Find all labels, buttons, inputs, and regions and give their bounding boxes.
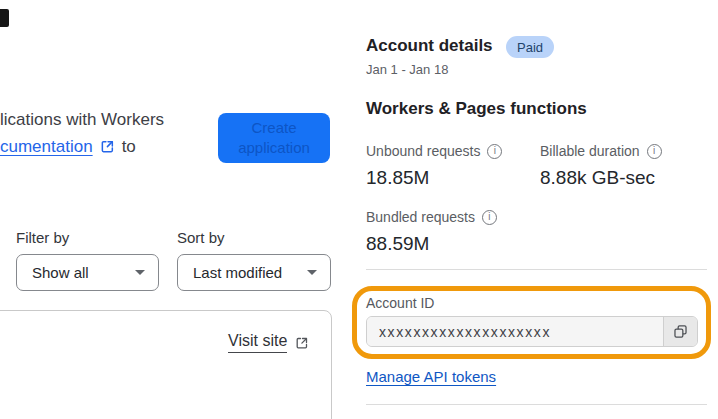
plan-badge: Paid	[506, 36, 554, 58]
intro-after-link: to	[122, 133, 136, 160]
info-icon[interactable]: i	[482, 210, 497, 225]
divider	[366, 404, 707, 405]
filter-dropdown-value: Show all	[32, 264, 89, 281]
intro-line-1: lications with Workers	[0, 106, 215, 133]
metric-unbound-requests: Unbound requests i 18.85M	[366, 143, 502, 189]
chevron-down-icon	[135, 270, 145, 275]
metric-value: 8.88k GB-sec	[540, 167, 662, 189]
account-details-title: Account details	[366, 36, 493, 56]
sort-dropdown[interactable]: Last modified	[177, 254, 331, 291]
external-link-icon	[295, 336, 309, 350]
account-id-label: Account ID	[366, 295, 434, 311]
workers-pages-dashboard: lications with Workers cumentation to Cr…	[0, 0, 718, 419]
visit-site-label: Visit site	[228, 332, 287, 353]
create-application-button[interactable]: Create application	[218, 113, 330, 163]
metric-label: Unbound requests	[366, 143, 480, 159]
intro-line-2: cumentation to	[0, 133, 215, 160]
info-icon[interactable]: i	[647, 144, 662, 159]
manage-api-tokens-link[interactable]: Manage API tokens	[366, 368, 496, 385]
external-link-icon	[100, 139, 115, 154]
visit-site-link[interactable]: Visit site	[228, 332, 309, 353]
projects-card	[0, 310, 332, 419]
account-id-input[interactable]	[367, 317, 663, 346]
sort-by-label: Sort by	[177, 229, 225, 246]
intro-text: lications with Workers cumentation to	[0, 106, 215, 160]
metric-value: 18.85M	[366, 167, 502, 189]
account-id-field-group	[366, 316, 698, 347]
metric-billable-duration: Billable duration i 8.88k GB-sec	[540, 143, 662, 189]
date-range: Jan 1 - Jan 18	[366, 62, 448, 77]
metric-label: Billable duration	[540, 143, 640, 159]
filter-by-label: Filter by	[16, 229, 69, 246]
screen-edge-artifact	[0, 9, 9, 27]
divider	[366, 269, 707, 270]
copy-button[interactable]	[663, 317, 697, 346]
functions-section-title: Workers & Pages functions	[366, 99, 587, 119]
filter-dropdown[interactable]: Show all	[16, 254, 159, 291]
metric-label: Bundled requests	[366, 209, 475, 225]
chevron-down-icon	[307, 270, 317, 275]
copy-icon	[672, 323, 689, 340]
metric-value: 88.59M	[366, 233, 497, 255]
sort-dropdown-value: Last modified	[193, 264, 282, 281]
create-button-line-2: application	[218, 138, 330, 158]
create-button-line-1: Create	[218, 118, 330, 138]
metric-bundled-requests: Bundled requests i 88.59M	[366, 209, 497, 255]
info-icon[interactable]: i	[487, 144, 502, 159]
documentation-link[interactable]: cumentation	[0, 133, 93, 160]
